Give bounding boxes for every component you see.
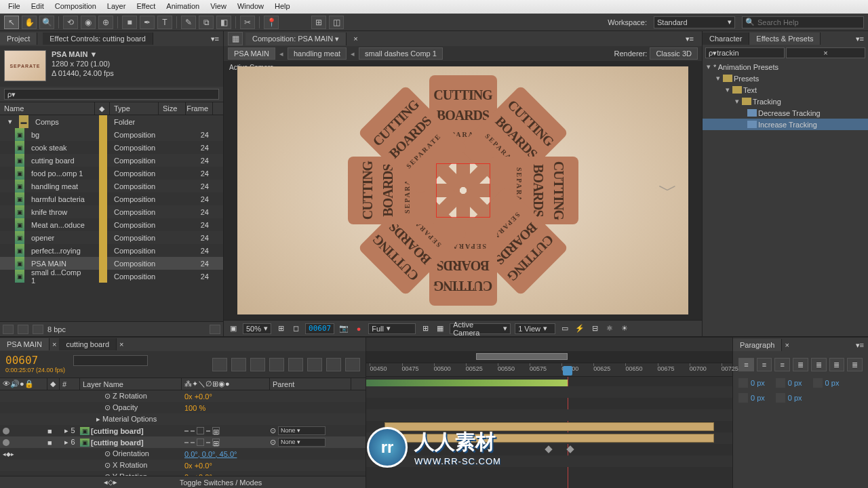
property-value[interactable]: 0x +0.0° [182,462,270,470]
camera-tool-icon[interactable]: ◉ [81,16,96,29]
label-swatch[interactable] [99,180,107,192]
project-folder-row[interactable]: ▾▬Comps Folder [0,115,223,128]
effect-controls-tab[interactable]: Effect Controls: cutting board [43,33,153,45]
comp-flowchart-icon[interactable]: ▦ [228,32,243,45]
new-comp-icon[interactable] [33,325,43,334]
visibility-toggle-icon[interactable] [3,428,9,434]
tree-tracking[interactable]: Tracking [753,98,781,106]
label-swatch[interactable] [99,167,107,180]
breadcrumb-item[interactable]: handling meat [288,47,347,60]
space-before-value[interactable]: 0 px [751,394,765,402]
motion-blur-icon[interactable] [288,358,303,371]
3d-nav-right-icon[interactable]: ﹀ [658,178,677,203]
col-label[interactable]: ◆ [95,102,110,115]
menu-edit[interactable]: Edit [26,0,50,14]
menu-layer[interactable]: Layer [102,0,132,14]
timeline-track[interactable] [366,432,732,444]
keyframe-icon[interactable] [566,445,574,453]
justify-all-icon[interactable]: ≣ [847,358,863,371]
timeline-tab[interactable]: cutting board [59,338,117,350]
label-swatch[interactable] [99,270,107,283]
search-help-field[interactable]: 🔍 [742,16,864,28]
auto-keyframe-icon[interactable] [345,358,360,371]
comp-mini-flowchart-icon[interactable] [212,358,227,371]
timeline-track[interactable] [366,421,732,432]
align-left-icon[interactable]: ≡ [738,358,754,371]
pixel-aspect-icon[interactable]: ▭ [559,324,570,333]
project-item-row[interactable]: ▣handling meatComposition24 [0,180,223,192]
timeline-row[interactable]: ▸ Material Options [0,413,366,425]
text-tool-icon[interactable]: T [157,16,172,29]
panel-menu-icon[interactable]: ▾≡ [682,35,698,43]
tree-text[interactable]: Text [743,86,757,94]
effects-search-field[interactable]: ρ▾ trackin [705,47,785,58]
frame-blend-icon[interactable] [269,358,284,371]
pan-behind-tool-icon[interactable]: ⊕ [98,16,113,29]
snapshot-icon[interactable]: 📷 [338,324,349,333]
search-help-input[interactable] [757,18,861,26]
workspace-dropdown[interactable]: Standard▾ [654,16,735,28]
label-swatch[interactable] [99,141,107,154]
pen-tool-icon[interactable]: ✒ [140,16,155,29]
timeline-track[interactable] [366,386,732,398]
renderer-dropdown[interactable]: Classic 3D [650,47,698,60]
flowchart-icon[interactable]: ⚛ [604,324,615,333]
always-preview-icon[interactable]: ▣ [228,324,239,333]
visibility-toggle-icon[interactable] [3,439,9,446]
indent-first-value[interactable]: 0 px [788,379,802,387]
label-swatch[interactable] [99,231,107,244]
panel-menu-icon[interactable]: ▾≡ [852,35,868,43]
resolution-dropdown[interactable]: Full▾ [368,323,416,334]
project-item-row[interactable]: ▣harmful bacteriaComposition24 [0,192,223,205]
guides-icon[interactable]: ▦ [435,324,446,333]
timeline-layer-list[interactable]: ⊙ Z Rotation0x +0.0°⊙ Opacity100 %▸ Mate… [0,390,366,476]
axis-mode-icon[interactable]: ⊞ [311,16,326,29]
project-item-row[interactable]: ▣perfect...royingComposition24 [0,244,223,257]
bpc-toggle[interactable]: 8 bpc [47,325,66,333]
delete-icon[interactable] [210,325,220,334]
composition-viewer[interactable]: Active Camera ︿ ﹀ CUTTINGBOARDSSEPARATEC… [224,61,702,320]
views-dropdown[interactable]: 1 View▾ [515,323,555,334]
selection-tool-icon[interactable]: ↖ [4,16,19,29]
axis-local-icon[interactable]: ◫ [329,16,344,29]
camera-dropdown[interactable]: Active Camera▾ [450,323,511,334]
panel-menu-icon[interactable]: ▾≡ [207,35,223,43]
label-swatch[interactable] [99,257,107,270]
timeline-track[interactable] [366,444,732,455]
timeline-tracks[interactable] [366,377,732,488]
label-swatch[interactable] [99,154,107,167]
menu-window[interactable]: Window [232,0,269,14]
current-time[interactable]: 00607 [305,323,334,334]
keyframe-icon[interactable] [545,445,552,453]
timeline-track[interactable] [366,455,732,467]
menu-view[interactable]: View [205,0,232,14]
layer-bar[interactable] [384,434,714,443]
timeline-row[interactable]: ■▸ 5▣[cutting board]⊞⊙ None ▾ [0,425,366,436]
timeline-current-time[interactable]: 00607 [5,354,65,367]
effects-presets-tab[interactable]: Effects & Presets [749,33,821,45]
timeline-row[interactable]: ⊙ Y Rotation0x +0.0° [0,471,366,476]
breadcrumb-item[interactable]: small dashes Comp 1 [359,47,443,60]
indent-right-value[interactable]: 0 px [825,379,840,387]
timeline-icon[interactable]: ⊟ [589,324,600,333]
timeline-row[interactable]: ⊙ Z Rotation0x +0.0° [0,390,366,402]
roto-tool-icon[interactable]: ✂ [240,16,255,29]
draft3d-icon[interactable] [231,358,246,371]
label-swatch[interactable] [99,128,107,141]
graph-editor-icon[interactable] [326,358,341,371]
space-after-value[interactable]: 0 px [788,394,802,402]
project-item-row[interactable]: ▣cook steakComposition24 [0,141,223,154]
brainstorm-icon[interactable] [307,358,322,371]
resolution-icon[interactable]: ⊞ [275,324,286,333]
timeline-row[interactable]: ⊙ Opacity100 % [0,402,366,413]
panel-menu-icon[interactable]: ▾≡ [852,341,868,350]
timeline-track[interactable] [366,409,732,421]
menu-effect[interactable]: Effect [131,0,161,14]
exposure-icon[interactable]: ☀ [619,324,630,333]
eraser-tool-icon[interactable]: ◧ [216,16,231,29]
grid-icon[interactable]: ⊞ [420,324,431,333]
label-swatch[interactable] [99,244,107,257]
fast-preview-icon[interactable]: ⚡ [574,324,585,333]
timeline-search[interactable] [73,355,148,366]
justify-last-right-icon[interactable]: ≣ [829,358,845,371]
